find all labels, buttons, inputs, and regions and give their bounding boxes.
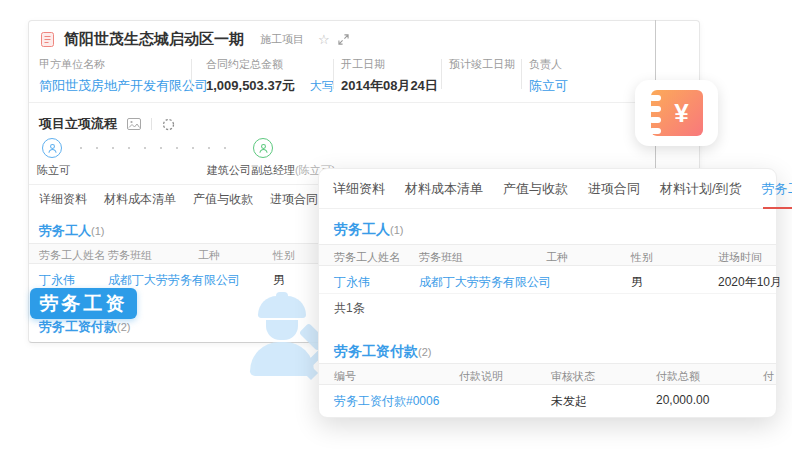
page: 简阳世茂生态城启动区一期 施工项目 ☆ 甲方单位名称 简阳世茂房地产开发有限公司…: [0, 0, 792, 459]
star-icon[interactable]: ☆: [318, 32, 330, 47]
tab-labor-workers-active[interactable]: 劳务工人: [762, 180, 792, 198]
tab-detail-info[interactable]: 详细资料: [39, 191, 87, 208]
worker-name-link[interactable]: 丁永伟: [334, 274, 370, 291]
worker-name-link[interactable]: 丁永伟: [39, 272, 75, 289]
field-label: 甲方单位名称: [39, 57, 208, 72]
flow-start-name: 陈立可: [37, 163, 70, 178]
table-row[interactable]: 劳务工资付款#0006 未发起 20,000.00: [319, 385, 776, 413]
tab-detail-info[interactable]: 详细资料: [333, 180, 385, 198]
start-date: 2014年08月24日: [341, 77, 438, 95]
payment-id-link[interactable]: 劳务工资付款#0006: [334, 393, 439, 410]
field-label: 预计竣工日期: [449, 57, 515, 72]
party-a-link[interactable]: 简阳世茂房地产开发有限公司: [39, 77, 208, 95]
yen-symbol: ¥: [664, 100, 688, 126]
workers-section-heading: 劳务工人(1): [334, 220, 403, 239]
field-divider: [191, 59, 192, 89]
flow-end-name: 建筑公司副总经理(陈立可): [207, 163, 335, 178]
divider: [29, 102, 699, 103]
detail-tab-bar: 详细资料 材料成本清单 产值与收款 进项合同 材料计划/到货 劳务工人: [319, 169, 776, 209]
user-icon: [46, 142, 59, 155]
contract-amount: 1,009,503.37元: [206, 78, 295, 93]
field-divider: [333, 59, 334, 89]
expand-icon[interactable]: [338, 34, 349, 45]
tab-output-and-receipts[interactable]: 产值与收款: [503, 180, 568, 198]
owner-link[interactable]: 陈立可: [529, 77, 568, 95]
tab-input-contracts[interactable]: 进项合同: [270, 191, 318, 208]
yen-ledger-icon: ¥: [651, 90, 703, 136]
dashed-circle-icon[interactable]: [162, 118, 175, 131]
field-label: 开工日期: [341, 57, 438, 72]
worker-team-link[interactable]: 成都丁大劳劳务有限公司: [108, 272, 240, 289]
field-contract-amount: 合同约定总金额 1,009,503.37元大写: [206, 57, 334, 95]
flow-end-avatar[interactable]: [253, 138, 273, 158]
project-header: 简阳世茂生态城启动区一期 施工项目 ☆: [41, 29, 349, 49]
project-title: 简阳世茂生态城启动区一期: [64, 30, 244, 49]
field-start-date: 开工日期 2014年08月24日: [341, 57, 438, 95]
tab-material-plan-delivery[interactable]: 材料计划/到货: [660, 180, 742, 198]
payments-table-header: 编号 付款说明 审核状态 付款总额 付: [319, 363, 776, 385]
labor-wage-badge: 劳务工资: [30, 288, 137, 319]
flow-dotted-line: [73, 146, 228, 150]
field-divider: [521, 59, 522, 89]
wage-feature-card[interactable]: ¥: [635, 80, 718, 146]
workers-table-header: 劳务工人姓名 劳务班组 工种 性别 进场时间: [319, 244, 776, 266]
document-icon: [41, 32, 54, 47]
field-divider: [441, 59, 442, 89]
field-owner: 负责人 陈立可: [529, 57, 568, 95]
field-completion-date: 预计竣工日期: [449, 57, 515, 77]
payments-section-heading: 劳务工资付款(2): [334, 342, 431, 361]
field-party-a: 甲方单位名称 简阳世茂房地产开发有限公司: [39, 57, 208, 95]
uppercase-amount-link[interactable]: 大写: [310, 79, 334, 93]
payments-section-heading: 劳务工资付款(2): [39, 317, 130, 336]
table-row[interactable]: 丁永伟 成都丁大劳劳务有限公司 男 2020年10月: [319, 266, 776, 294]
worker-team-link[interactable]: 成都丁大劳劳务有限公司: [419, 274, 551, 291]
divider: [151, 118, 152, 130]
labor-detail-window: 详细资料 材料成本清单 产值与收款 进项合同 材料计划/到货 劳务工人 劳务工人…: [318, 168, 777, 418]
project-type-tag: 施工项目: [260, 32, 304, 47]
tab-output-and-receipts[interactable]: 产值与收款: [193, 191, 253, 208]
field-label: 合同约定总金额: [206, 57, 334, 72]
field-label: 负责人: [529, 57, 568, 72]
workers-total-count: 共1条: [334, 300, 365, 317]
user-icon: [257, 142, 270, 155]
flow-title: 项目立项流程: [39, 115, 117, 133]
workers-section-heading: 劳务工人(1): [39, 221, 104, 240]
tab-material-cost-list[interactable]: 材料成本清单: [104, 191, 176, 208]
tab-input-contracts[interactable]: 进项合同: [588, 180, 640, 198]
image-preview-icon[interactable]: [127, 118, 141, 131]
tab-material-cost-list[interactable]: 材料成本清单: [405, 180, 483, 198]
flow-start-avatar[interactable]: [42, 138, 62, 158]
